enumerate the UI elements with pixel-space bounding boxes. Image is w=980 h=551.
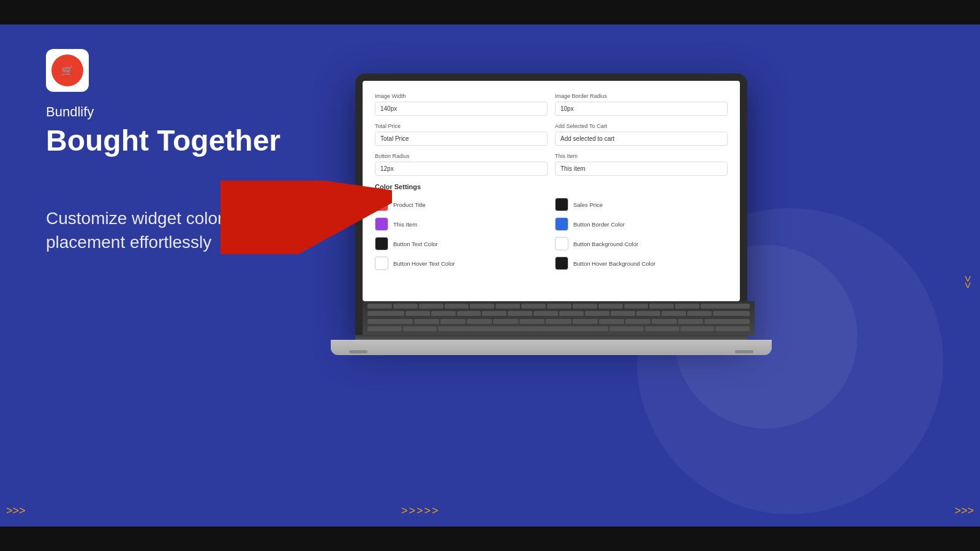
svg-text:🛒: 🛒 <box>61 65 74 77</box>
brand-name: Bundlify <box>46 104 303 120</box>
bottom-bar <box>0 527 980 551</box>
color-item-button-hover-text: Button Hover Text Color <box>375 257 548 270</box>
color-settings-title: Color Settings <box>375 183 728 190</box>
color-row-2: This Item Button Border Color <box>375 217 728 231</box>
arrows-right-icon: >> <box>961 276 974 288</box>
form-group-this-item: This Item This item <box>555 153 728 176</box>
top-bar <box>0 0 980 24</box>
color-row-4: Button Hover Text Color Button Hover Bac… <box>375 257 728 270</box>
color-item-sales-price: Sales Price <box>555 198 728 211</box>
logo-icon: 🛒 <box>51 54 83 86</box>
form-group-image-width: Image Width 140px <box>375 93 548 116</box>
image-width-input[interactable]: 140px <box>375 102 548 116</box>
button-bg-color-label: Button Background Color <box>573 241 638 247</box>
sales-price-swatch[interactable] <box>555 198 568 211</box>
button-radius-label: Button Radius <box>375 153 548 159</box>
arrows-bottom-left-icon: >>>>> <box>401 504 440 517</box>
image-width-label: Image Width <box>375 93 548 99</box>
image-border-radius-input[interactable]: 10px <box>555 102 728 116</box>
this-item-label: This Item <box>555 153 728 159</box>
button-hover-bg-swatch[interactable] <box>555 257 568 270</box>
button-bg-swatch[interactable] <box>555 237 568 250</box>
color-item-this-item: This Item <box>375 217 548 231</box>
arrows-bottom-right-icon: >>> <box>954 504 974 517</box>
color-item-button-border: Button Border Color <box>555 217 728 231</box>
color-item-button-hover-bg: Button Hover Background Color <box>555 257 728 270</box>
laptop-screen: Image Width 140px Image Border Radius 10… <box>363 81 740 301</box>
button-text-color-label: Button Text Color <box>393 241 438 247</box>
button-hover-bg-color-label: Button Hover Background Color <box>573 260 655 267</box>
button-hover-text-swatch[interactable] <box>375 257 388 270</box>
total-price-label: Total Price <box>375 123 548 129</box>
button-hover-text-color-label: Button Hover Text Color <box>393 260 455 267</box>
laptop-hinge <box>355 335 747 340</box>
product-title-color-label: Product Title <box>393 201 426 208</box>
foot-left <box>349 350 368 353</box>
sales-price-color-label: Sales Price <box>573 201 603 208</box>
this-item-input[interactable]: This item <box>555 162 728 176</box>
color-item-button-text: Button Text Color <box>375 237 548 250</box>
arrows-bottom-far-left-icon: >>> <box>6 504 26 517</box>
add-selected-label: Add Selected To Cart <box>555 123 728 129</box>
cart-icon: 🛒 <box>58 61 77 80</box>
add-selected-input[interactable]: Add selected to cart <box>555 132 728 146</box>
image-border-radius-label: Image Border Radius <box>555 93 728 99</box>
laptop: Image Width 140px Image Border Radius 10… <box>355 73 772 355</box>
form-group-add-selected: Add Selected To Cart Add selected to car… <box>555 123 728 146</box>
color-item-product-title: Product Title <box>375 198 548 211</box>
laptop-screen-outer: Image Width 140px Image Border Radius 10… <box>355 73 747 335</box>
laptop-base <box>331 340 772 355</box>
form-row-2: Total Price Total Price Add Selected To … <box>375 123 728 146</box>
form-group-border-radius: Image Border Radius 10px <box>555 93 728 116</box>
red-arrow-icon <box>221 181 392 257</box>
color-item-button-bg: Button Background Color <box>555 237 728 250</box>
screen-content: Image Width 140px Image Border Radius 10… <box>375 93 728 270</box>
foot-right <box>735 350 753 353</box>
form-group-button-radius: Button Radius 12px <box>375 153 548 176</box>
button-border-swatch[interactable] <box>555 217 568 231</box>
color-row-3: Button Text Color Button Background Colo… <box>375 237 728 250</box>
form-group-total-price: Total Price Total Price <box>375 123 548 146</box>
this-item-color-label: This Item <box>393 221 417 228</box>
button-radius-input[interactable]: 12px <box>375 162 548 176</box>
laptop-keyboard <box>363 301 755 335</box>
color-row-1: Product Title Sales Price <box>375 198 728 211</box>
total-price-input[interactable]: Total Price <box>375 132 548 146</box>
form-row-1: Image Width 140px Image Border Radius 10… <box>375 93 728 116</box>
button-border-color-label: Button Border Color <box>573 221 625 228</box>
page-title: Bought Together <box>46 125 303 157</box>
laptop-feet <box>331 350 772 353</box>
logo-box: 🛒 <box>46 49 89 92</box>
form-row-3: Button Radius 12px This Item This item <box>375 153 728 176</box>
